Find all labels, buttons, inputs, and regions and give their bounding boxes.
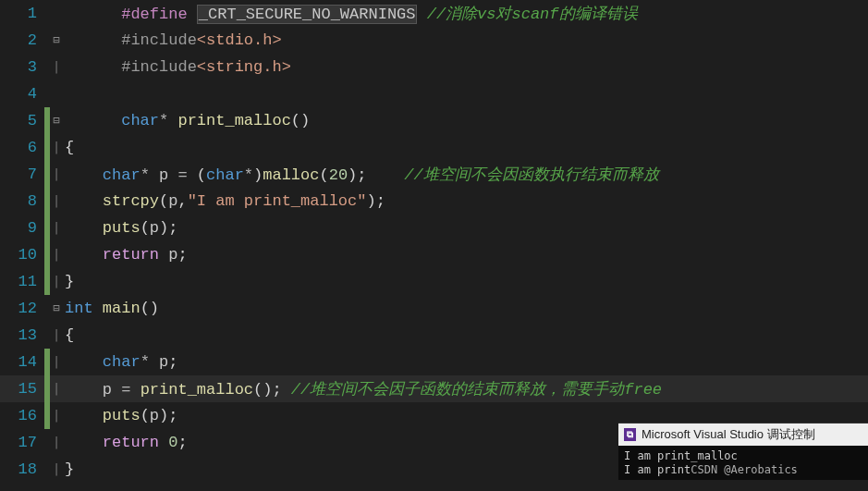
token-func: print_malloc [177, 112, 290, 129]
fold-gutter: │ [50, 61, 63, 74]
token-type: int [65, 300, 93, 317]
line-number: 4 [0, 85, 44, 103]
line-number: 13 [0, 326, 44, 344]
fold-collapse-icon[interactable]: ⊟ [50, 33, 63, 47]
token-var: p [168, 192, 177, 210]
token-var: p [150, 219, 159, 237]
console-titlebar[interactable]: ⧉ Microsoft Visual Studio 调试控制 [618, 423, 868, 446]
console-title-text: Microsoft Visual Studio 调试控制 [642, 426, 815, 443]
line-number: 5 [0, 112, 44, 129]
code-line[interactable]: 7 │ char* p = (char*)malloc(20); //堆空间不会… [0, 161, 868, 188]
code-line[interactable]: 6 │ { [0, 134, 868, 161]
token-func: main [103, 300, 141, 317]
fold-collapse-icon[interactable]: ⊟ [50, 301, 63, 315]
token-type: char [206, 166, 244, 184]
fold-gutter: │ [50, 463, 63, 476]
fold-gutter: │ [50, 410, 63, 423]
vs-logo-icon: ⧉ [624, 428, 636, 441]
line-number: 8 [0, 192, 44, 210]
fold-gutter: │ [50, 249, 63, 262]
code-editor[interactable]: 1 #define _CRT_SECURE_NO_WARNINGS //消除vs… [0, 0, 868, 483]
fold-gutter: │ [50, 383, 63, 396]
line-number: 15 [0, 380, 44, 398]
line-number: 6 [0, 139, 44, 156]
line-number: 3 [0, 58, 44, 76]
code-line[interactable]: 3 │ #include<string.h> [0, 54, 868, 80]
token-call: puts [103, 219, 141, 237]
code-line[interactable]: 5 ⊟ char* print_malloc() [0, 107, 868, 134]
fold-gutter: │ [50, 168, 63, 181]
line-number: 12 [0, 300, 44, 317]
fold-gutter: │ [50, 141, 63, 154]
code-line[interactable]: 9 │ puts(p); [0, 215, 868, 241]
line-number: 16 [0, 407, 44, 424]
token-type: char [103, 166, 141, 184]
console-line: I am printCSDN @Aerobatics [624, 463, 862, 478]
token-include: #include [121, 58, 197, 76]
fold-gutter: │ [50, 222, 63, 235]
token-call: print_malloc [141, 381, 253, 399]
token-number: 0 [168, 434, 177, 451]
debug-console-window[interactable]: ⧉ Microsoft Visual Studio 调试控制 I am prin… [618, 423, 868, 480]
line-number: 11 [0, 273, 44, 290]
code-line-current[interactable]: 15 │ p = print_malloc(); //堆空间不会因子函数的结束而… [0, 375, 868, 402]
token-comment: //堆空间不会因子函数的结束而释放，需要手动free [291, 381, 662, 399]
token-number: 20 [329, 166, 348, 184]
token-header: <string.h> [197, 58, 291, 76]
line-number: 2 [0, 31, 44, 49]
token-var: p [159, 353, 168, 371]
token-var: p [103, 381, 112, 399]
fold-gutter: │ [50, 276, 63, 288]
code-line[interactable]: 12 ⊟ int main() [0, 295, 868, 322]
token-type: char [103, 353, 141, 371]
line-number: 9 [0, 219, 44, 237]
token-type: char [121, 112, 159, 129]
token-var: p [159, 166, 168, 184]
line-number: 1 [0, 5, 44, 22]
fold-gutter: │ [50, 329, 63, 342]
line-number: 10 [0, 246, 44, 264]
code-line[interactable]: 10 │ return p; [0, 241, 868, 268]
console-line: I am print_malloc [624, 449, 862, 464]
watermark-text: CSDN @Aerobatics [691, 463, 798, 476]
fold-collapse-icon[interactable]: ⊟ [50, 114, 63, 128]
token-var: p [168, 246, 177, 264]
token-brace: } [65, 273, 74, 290]
token-comment: //消除vs对scanf的编译错误 [427, 6, 638, 23]
line-number: 17 [0, 434, 44, 451]
token-call: malloc [263, 166, 319, 184]
token-brace: { [65, 139, 74, 156]
token-brace: } [65, 460, 74, 478]
fold-gutter: │ [50, 356, 63, 369]
fold-gutter: │ [50, 195, 63, 208]
token-keyword: return [103, 434, 159, 451]
token-call: strcpy [103, 192, 159, 210]
token-brace: { [65, 326, 74, 344]
code-line[interactable]: 13 │ { [0, 322, 868, 349]
token-call: puts [103, 407, 141, 424]
fold-gutter: │ [50, 436, 63, 449]
token-string: "I am print_malloc" [188, 192, 367, 210]
line-number: 14 [0, 353, 44, 371]
token-var: p [150, 407, 159, 424]
console-output: I am print_malloc I am printCSDN @Aeroba… [618, 446, 868, 480]
line-number: 7 [0, 166, 44, 183]
code-line[interactable]: 8 │ strcpy(p,"I am print_malloc"); [0, 188, 868, 215]
line-number: 18 [0, 460, 44, 478]
token-comment: //堆空间不会因函数执行结束而释放 [404, 166, 658, 184]
token-keyword: return [103, 246, 159, 264]
code-line[interactable]: 14 │ char* p; [0, 349, 868, 375]
code-line[interactable]: 11 │ } [0, 268, 868, 295]
